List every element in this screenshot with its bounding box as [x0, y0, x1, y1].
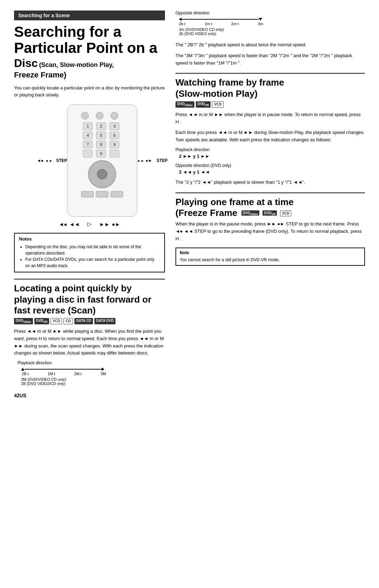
- freeze-badge-dvdvr: DVDVR: [262, 210, 277, 216]
- scan-tick-3: 2M t: [74, 372, 81, 376]
- page-layout: Searching for a Scene Searching for a Pa…: [14, 11, 365, 398]
- scan-tick-labels: 2B t 1M t 2M t 3M: [22, 372, 106, 376]
- remote-btn: [81, 112, 89, 120]
- right-body1: The " 2B"/" 2b " playback speed is about…: [175, 41, 365, 49]
- slow-opp-dir: Opposite direction (DVD only) 2 ◄◄ y 1 ◄…: [175, 163, 365, 175]
- right-column: Opposite direction 2b t 1m t 2m t 3m 3m …: [175, 11, 365, 398]
- badge-dvdvideo: DVDVideo: [14, 318, 33, 324]
- sm-badge-dvdvr: DVDVR: [196, 101, 211, 108]
- freeze-note-text: You cannot search for a still picture in…: [180, 257, 361, 263]
- remote-container: 1 2 3 4 5 6 7 8 9 0: [67, 104, 137, 217]
- remote-btn: [111, 112, 118, 120]
- slow-rev-speed: 2 ◄◄ y 1 ◄◄: [179, 169, 365, 175]
- left-column: Searching for a Scene Searching for a Pa…: [14, 11, 165, 398]
- opp-tick-2: 1m t: [205, 22, 212, 26]
- remote-image: 1 2 3 4 5 6 7 8 9 0: [67, 104, 137, 217]
- remote-diagram: ◄●◄◄ STEP 1: [14, 104, 165, 227]
- remote-btn: [96, 112, 104, 120]
- slow-opp-dir-label: Opposite direction (DVD only): [175, 163, 365, 168]
- opp-dir-section: Opposite direction 2b t 1m t 2m t 3m 3m …: [175, 11, 365, 36]
- nav-center-btn: [97, 169, 107, 180]
- opp-caption: 3m (DVD/VIDEO CD only) 2b (DVD VIDEO onl…: [179, 27, 365, 36]
- note-item-2: For DATA CDs/DATA DVDs, you can search f…: [25, 256, 160, 269]
- sm-badge-dvdvideo: DVDVideo: [175, 101, 194, 108]
- scan-arrow-row: [21, 367, 165, 371]
- remote-num: 5: [96, 131, 106, 139]
- transport-row: ◄● ◄◄ ▷ ►► ●►: [59, 221, 120, 227]
- opp-dir-label: Opposite direction: [175, 11, 365, 15]
- slow-playback-dir: Playback direction 2 ►► y 1 ►►: [175, 147, 365, 159]
- notes-header: Notes: [19, 236, 160, 242]
- slow-motion-body1: Press ◄◄ m or M ►► when the player is in…: [175, 111, 365, 126]
- remote-bottom-row: [81, 191, 123, 197]
- remote-num: 2: [96, 122, 106, 130]
- badge-vcd: VCD: [51, 318, 62, 324]
- opp-arrow-up: [259, 18, 262, 21]
- remote-num: [83, 150, 93, 157]
- remote-num: 0: [96, 150, 106, 157]
- freeze-divider: [175, 192, 365, 193]
- section-divider: [14, 279, 165, 279]
- section-banner: Searching for a Scene: [14, 11, 165, 20]
- slow-playback-dir-label: Playback direction: [175, 147, 365, 152]
- opp-arrow-row: [179, 18, 365, 21]
- freeze-subtitle: Freeze Frame): [14, 70, 165, 80]
- scan-tick-1: 2B t: [22, 372, 29, 376]
- freeze-badge-vcd: VCD: [280, 210, 291, 216]
- step-left-label: ◄●◄◄ STEP: [37, 158, 67, 163]
- badge-dvdvr: DVDVR: [34, 318, 49, 324]
- scan-playback-dir-label: Playback direction: [18, 360, 165, 365]
- disc-label: Disc: [14, 57, 38, 70]
- opp-arrowhead-left: [179, 18, 181, 21]
- freeze-heading: Playing one frame at a time (Freeze Fram…: [175, 197, 365, 218]
- scan-tick-2: 1M t: [48, 372, 55, 376]
- remote-nav-circle: [88, 160, 116, 188]
- remote-num: [109, 150, 119, 157]
- remote-num: 6: [109, 131, 119, 139]
- right-body2: The "3M "/"3m " playback speed is faster…: [175, 52, 365, 67]
- scan-section-heading: Locating a point quickly by playing a di…: [14, 283, 165, 316]
- scan-arrow-up: [21, 368, 25, 371]
- scan-caption: 3M (DVD/VIDEO CD only) 2B (DVD VIDEO/CD …: [21, 377, 165, 386]
- badge-datadvd: DATA DVD: [94, 318, 115, 324]
- remote-wide-btn: [81, 191, 94, 197]
- remote-num: 3: [109, 122, 119, 130]
- scan-tick-4: 3M: [101, 372, 106, 376]
- scan-arrowhead-right: [102, 367, 104, 371]
- slow-motion-body3: The "2 y "/"2 ◄◄" playback speed is slow…: [175, 179, 365, 186]
- remote-num: 4: [83, 131, 93, 139]
- slow-motion-badge-row: DVDVideo DVDVR VCD: [175, 101, 365, 108]
- remote-num: 9: [109, 141, 119, 148]
- remote-wide-btn: [96, 191, 108, 197]
- main-title: Searching for a Particular Point on a: [14, 24, 165, 56]
- opp-tick-4: 3m: [258, 22, 263, 26]
- step-right-label: ►► ●► STEP: [137, 158, 167, 163]
- badge-cd: CD: [64, 318, 73, 324]
- remote-numpad: 1 2 3 4 5 6 7 8 9 0: [83, 122, 121, 157]
- slow-motion-body2: Each time you press ◄◄ m or M ►► during …: [175, 129, 365, 144]
- scan-body-text: Press ◄◄ m or M ►► while playing a disc.…: [14, 328, 165, 357]
- slow-motion-divider: [175, 73, 365, 74]
- notes-box: Notes Depending on the disc, you may not…: [14, 233, 165, 272]
- note-item-1: Depending on the disc, you may not be ab…: [25, 244, 160, 256]
- remote-num: 1: [83, 122, 93, 130]
- slow-motion-heading: Watching frame by frame (Slow-motion Pla…: [175, 77, 365, 99]
- scan-playback-diagram: Playback direction 2B t 1M t 2M t 3M 3M …: [18, 360, 165, 386]
- remote-wide-btn: [111, 191, 123, 197]
- opp-horiz-line: [181, 19, 259, 20]
- scan-badge-row: DVDVideo DVDVR VCD CD DATA CD DATA DVD: [14, 318, 165, 324]
- freeze-note-box: Note You cannot search for a still pictu…: [175, 248, 365, 266]
- sm-badge-vcd: VCD: [212, 101, 224, 108]
- slow-fwd-speed: 2 ►► y 1 ►►: [179, 154, 365, 159]
- remote-num: 8: [96, 141, 106, 148]
- opp-tick-3: 2m t: [231, 22, 239, 26]
- scan-horiz-line: [25, 369, 102, 370]
- badge-datacd: DATA CD: [74, 318, 93, 324]
- opp-tick-1: 2b t: [179, 22, 185, 26]
- remote-num: 7: [83, 141, 93, 148]
- freeze-badge-dvdvideo: DVDVideo: [241, 210, 260, 216]
- page-number: 42US: [14, 393, 165, 398]
- intro-text: You can quickly locate a particular poin…: [14, 85, 165, 98]
- freeze-note-header: Note: [180, 250, 361, 255]
- notes-list: Depending on the disc, you may not be ab…: [19, 244, 160, 269]
